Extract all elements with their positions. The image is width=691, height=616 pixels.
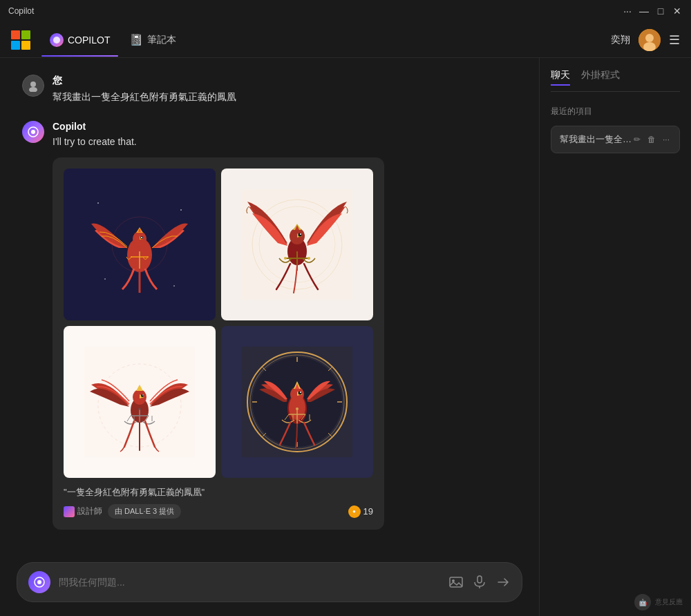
svg-point-5: [29, 87, 37, 92]
image-cell-3[interactable]: [64, 326, 216, 478]
more-options-button[interactable]: ···: [661, 133, 671, 146]
phoenix-image-4: [221, 326, 373, 478]
sidebar-tab-chat[interactable]: 聊天: [551, 69, 570, 86]
image-grid-container: "一隻全身紅色附有勇氣正義的鳳凰" 設計師 由 DALL·E 3 提供: [53, 157, 384, 530]
coin-count: ● 19: [348, 506, 373, 518]
chat-area: 您 幫我畫出一隻全身紅色附有勇氣正義的鳳凰 Copilot I'll try t…: [0, 58, 539, 616]
watermark-icon: 🤖: [634, 594, 651, 610]
footer-watermark: 🤖 意見反應: [634, 594, 683, 610]
copilot-message-content: Copilot I'll try to create that.: [53, 121, 517, 530]
user-avatar[interactable]: [638, 29, 661, 51]
sidebar-section-title: 最近的項目: [551, 106, 680, 117]
delete-button[interactable]: 🗑: [646, 133, 657, 146]
chat-input[interactable]: [59, 577, 440, 588]
image-tags: 設計師 由 DALL·E 3 提供: [64, 504, 181, 519]
svg-rect-74: [477, 576, 482, 583]
recent-item-text: 幫我畫出一隻全身紅: [560, 133, 632, 146]
svg-point-28: [300, 233, 301, 235]
image-upload-button[interactable]: [448, 575, 464, 590]
tab-notebook[interactable]: 📓 筆記本: [121, 29, 184, 50]
svg-point-31: [284, 257, 287, 260]
svg-point-61: [299, 392, 302, 395]
image-footer: 設計師 由 DALL·E 3 提供 ● 19: [64, 504, 373, 519]
designer-tag: 設計師: [64, 506, 102, 517]
user-message-text: 幫我畫出一隻全身紅色附有勇氣正義的鳳凰: [53, 90, 517, 104]
image-cell-1[interactable]: [64, 169, 216, 320]
hamburger-menu-icon[interactable]: ☰: [669, 32, 680, 48]
copilot-message-sender: Copilot: [53, 121, 517, 132]
dalle-tag: 由 DALL·E 3 提供: [108, 504, 181, 519]
svg-point-65: [296, 407, 299, 410]
svg-point-71: [37, 580, 41, 584]
microphone-button[interactable]: [472, 575, 487, 590]
window-title: Copilot: [8, 6, 34, 16]
svg-point-0: [53, 37, 60, 44]
svg-point-11: [104, 278, 106, 280]
svg-point-7: [31, 130, 35, 134]
image-cell-4[interactable]: [221, 326, 373, 478]
chat-messages: 您 幫我畫出一隻全身紅色附有勇氣正義的鳳凰 Copilot I'll try t…: [0, 58, 539, 554]
microsoft-logo: [11, 30, 30, 50]
send-button[interactable]: [495, 575, 511, 590]
recent-item-actions: ✏ 🗑 ···: [632, 133, 671, 146]
svg-point-38: [142, 394, 144, 396]
user-message: 您 幫我畫出一隻全身紅色附有勇氣正義的鳳凰: [22, 75, 517, 104]
copilot-avatar-msg: [22, 121, 44, 143]
edit-button[interactable]: ✏: [632, 133, 642, 146]
minimize-button[interactable]: —: [638, 6, 650, 17]
coin-icon: ●: [348, 506, 361, 518]
svg-point-12: [173, 285, 175, 287]
svg-point-27: [299, 233, 302, 237]
window-controls: ··· — □ ✕: [622, 6, 683, 17]
phoenix-image-2: [221, 169, 373, 320]
svg-point-32: [307, 257, 310, 260]
chat-input-area: [0, 554, 539, 616]
ms-logo-green: [21, 30, 30, 39]
feedback-text: 意見反應: [655, 597, 683, 607]
svg-point-62: [300, 392, 301, 393]
ms-logo-blue: [11, 41, 20, 50]
user-name: 奕翔: [611, 34, 630, 46]
designer-icon: [64, 506, 75, 517]
svg-rect-72: [450, 577, 462, 587]
svg-point-16: [141, 237, 142, 238]
nav-tabs: COPILOT 📓 筆記本: [41, 29, 600, 51]
copilot-message-text: I'll try to create that.: [53, 135, 517, 149]
user-message-content: 您 幫我畫出一隻全身紅色附有勇氣正義的鳳凰: [53, 75, 517, 104]
tab-copilot[interactable]: COPILOT: [41, 29, 118, 51]
close-button[interactable]: ✕: [672, 6, 683, 17]
user-message-sender: 您: [53, 75, 517, 87]
chat-input-copilot-icon: [28, 571, 50, 593]
svg-point-4: [30, 81, 36, 87]
window-titlebar: Copilot ··· — □ ✕: [0, 0, 691, 22]
sidebar-tab-plugins[interactable]: 外掛程式: [581, 69, 620, 86]
ms-logo-yellow: [21, 41, 30, 50]
image-caption: "一隻全身紅色附有勇氣正義的鳳凰": [64, 486, 373, 499]
phoenix-image-3: [64, 326, 216, 478]
header-right: 奕翔 ☰: [611, 29, 680, 51]
main-layout: 您 幫我畫出一隻全身紅色附有勇氣正義的鳳凰 Copilot I'll try t…: [0, 58, 691, 616]
copilot-message: Copilot I'll try to create that.: [22, 121, 517, 530]
recent-item[interactable]: 幫我畫出一隻全身紅 ✏ 🗑 ···: [551, 126, 680, 153]
copilot-nav-icon: [50, 33, 64, 47]
svg-point-10: [180, 209, 182, 211]
image-grid: [64, 169, 373, 478]
sidebar-tabs: 聊天 外掛程式: [551, 69, 680, 92]
right-sidebar: 聊天 外掛程式 最近的項目 幫我畫出一隻全身紅 ✏ 🗑 ···: [539, 58, 691, 616]
chat-input-actions: [448, 575, 511, 590]
app-header: COPILOT 📓 筆記本 奕翔 ☰: [0, 22, 691, 58]
ms-logo-red: [11, 30, 20, 39]
svg-point-41: [139, 408, 141, 410]
phoenix-image-1: [64, 169, 216, 320]
user-avatar-msg: [22, 75, 44, 97]
maximize-button[interactable]: □: [655, 6, 666, 17]
svg-point-9: [97, 202, 99, 204]
chat-input-wrapper: [17, 562, 522, 602]
more-button[interactable]: ···: [622, 6, 633, 17]
svg-point-2: [645, 34, 654, 42]
notebook-icon: 📓: [129, 33, 143, 46]
image-cell-2[interactable]: [221, 169, 373, 320]
